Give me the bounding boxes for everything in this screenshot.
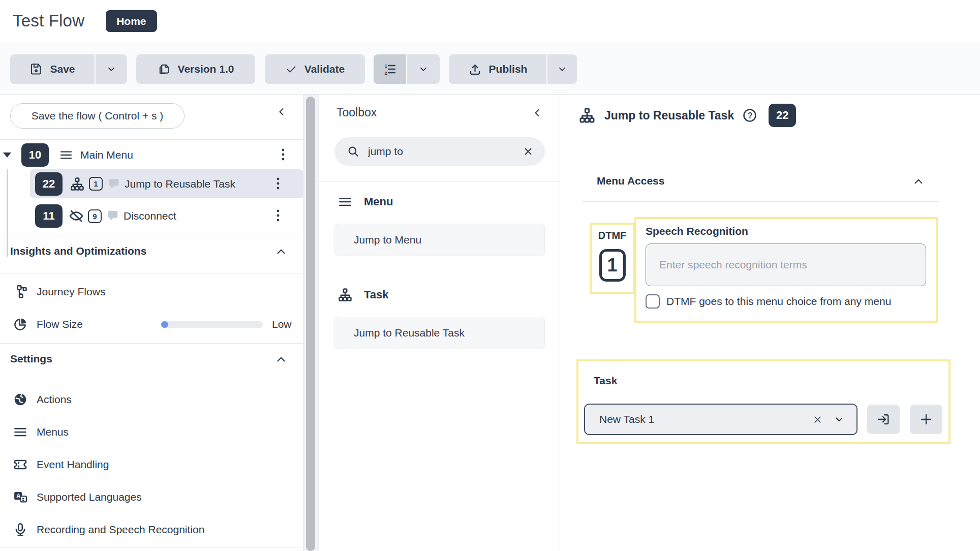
divider: [0, 343, 303, 344]
divider: [560, 139, 980, 139]
insights-section-header: Insights and Optimizations: [10, 245, 146, 257]
search-icon: [347, 145, 360, 158]
speech-recognition-highlight-box: Speech Recognition DTMF goes to this men…: [634, 217, 938, 323]
flow-designer-app: Test Flow Home Save Version 1.0 Validate…: [0, 0, 980, 551]
task-highlight-box: Task New Task 1: [576, 359, 951, 444]
toolbox-group-menu: Menu: [338, 194, 393, 209]
node-number-badge: 10: [21, 143, 49, 167]
sidebar-item-menus[interactable]: Menus: [0, 416, 303, 448]
chevron-down-icon: [106, 64, 117, 75]
task-select[interactable]: New Task 1: [584, 404, 858, 435]
caret-down-icon[interactable]: [3, 152, 11, 158]
publish-upload-icon: [468, 63, 482, 76]
dtmf-any-menu-option: DTMF goes to this menu choice from any m…: [646, 294, 891, 309]
task-section-title: Task: [594, 375, 617, 387]
sidebar-collapse-icon[interactable]: [275, 106, 288, 120]
tree-row-jump-to-reusable-task[interactable]: 22 1 Jump to Reusable Task: [35, 169, 300, 198]
dtmf-digit-badge: 1: [89, 177, 103, 191]
toolbox-group-task: Task: [338, 287, 389, 302]
chevron-down-icon: [418, 64, 429, 75]
tree-indent-guide: [7, 169, 8, 257]
toolbox-title: Toolbox: [336, 106, 377, 119]
scrollbar-thumb[interactable]: [306, 97, 315, 551]
save-menu-button[interactable]: [96, 54, 127, 84]
collapse-menu-access-icon[interactable]: [912, 175, 925, 190]
sidebar-item-event-handling[interactable]: Event Handling: [0, 448, 303, 481]
task-select-value: New Task 1: [599, 413, 812, 425]
save-flow-shortcut-button[interactable]: Save the flow ( Control + s ): [10, 103, 185, 129]
sidebar-item-supported-languages[interactable]: Az Supported Languages: [0, 481, 303, 513]
divider: [581, 349, 938, 349]
task-sitemap-icon: [338, 287, 353, 302]
node-number-badge: 22: [35, 172, 63, 196]
kebab-menu-icon[interactable]: [276, 208, 280, 224]
kebab-menu-icon[interactable]: [281, 147, 285, 163]
divider: [0, 273, 303, 273]
svg-text:?: ?: [748, 111, 753, 120]
microphone-icon: [13, 522, 28, 537]
content-area: Save the flow ( Control + s ) 10 Main Me…: [0, 95, 980, 551]
clear-task-icon[interactable]: [812, 414, 823, 425]
save-icon: [29, 63, 43, 76]
tree-row-main-menu[interactable]: 10 Main Menu: [3, 142, 300, 168]
collapse-insights-icon[interactable]: [274, 245, 288, 260]
toolbox-collapse-icon[interactable]: [531, 107, 543, 121]
sidebar-item-actions[interactable]: Actions: [0, 383, 303, 416]
title-bar: Test Flow Home: [0, 0, 980, 42]
translate-icon: Az: [13, 489, 28, 505]
save-label: Save: [50, 63, 75, 75]
tree-node-label: Main Menu: [80, 149, 133, 161]
kebab-menu-icon[interactable]: [276, 176, 280, 192]
home-badge[interactable]: Home: [106, 10, 157, 32]
sidebar-item-recording-speech[interactable]: Recording and Speech Recognition: [0, 513, 303, 546]
publish-button[interactable]: Publish: [449, 54, 546, 84]
sidebar-item-label: Supported Languages: [37, 491, 142, 503]
sidebar-item-label: Event Handling: [37, 458, 109, 471]
flow-size-meter-fill: [161, 321, 168, 328]
sidebar-item-journey-flows[interactable]: Journey Flows: [0, 277, 303, 307]
sidebar-scrollbar[interactable]: [303, 95, 319, 551]
speech-terms-input[interactable]: [646, 243, 926, 286]
jump-into-icon: [876, 412, 891, 426]
divider: [0, 139, 303, 140]
help-icon[interactable]: ?: [742, 108, 757, 123]
toolbox-search-input[interactable]: [368, 145, 523, 158]
ordered-list-menu-button[interactable]: [407, 54, 440, 84]
tree-row-disconnect[interactable]: 11 9 Disconnect: [35, 202, 300, 230]
toolbox-panel: Toolbox Menu Jump to Menu Task: [319, 95, 560, 551]
node-number-badge: 11: [35, 204, 63, 228]
plus-icon: [919, 412, 933, 426]
tool-card-jump-to-menu[interactable]: Jump to Menu: [334, 224, 545, 256]
sidebar-item-label: Actions: [37, 393, 72, 406]
open-task-button[interactable]: [867, 405, 900, 434]
svg-text:1: 1: [385, 63, 388, 69]
tool-card-jump-to-reusable-task[interactable]: Jump to Reusable Task: [334, 317, 545, 349]
globe-icon: [13, 392, 28, 407]
validate-button[interactable]: Validate: [265, 54, 365, 84]
toolbar: Save Version 1.0 Validate 12 Publish: [0, 43, 980, 95]
chevron-down-icon[interactable]: [833, 413, 845, 425]
divider: [0, 236, 303, 236]
divider: [319, 181, 560, 182]
add-task-button[interactable]: [910, 405, 942, 434]
tool-card-label: Jump to Menu: [354, 234, 421, 246]
dtmf-any-menu-checkbox[interactable]: [646, 294, 660, 309]
group-label: Menu: [364, 195, 393, 208]
version-button[interactable]: Version 1.0: [136, 54, 255, 84]
eye-slash-icon: [68, 208, 84, 224]
publish-menu-button[interactable]: [547, 54, 577, 84]
menu-lines-icon: [59, 148, 73, 162]
task-sitemap-icon: [578, 107, 596, 124]
flow-structure-sidebar: Save the flow ( Control + s ) 10 Main Me…: [0, 95, 303, 551]
clear-search-icon[interactable]: [523, 146, 534, 157]
svg-text:2: 2: [385, 70, 388, 76]
inspector-header: Jump to Reusable Task ? 22: [578, 104, 796, 127]
save-button[interactable]: Save: [10, 54, 95, 84]
tool-card-label: Jump to Reusable Task: [354, 327, 465, 339]
dtmf-key-button[interactable]: 1: [599, 249, 626, 282]
journey-flows-icon: [13, 284, 28, 299]
sidebar-item-label: Journey Flows: [37, 286, 105, 298]
tree-node-label: Jump to Reusable Task: [125, 178, 235, 190]
ordered-list-button[interactable]: 12: [374, 54, 406, 84]
collapse-settings-icon[interactable]: [274, 353, 288, 368]
